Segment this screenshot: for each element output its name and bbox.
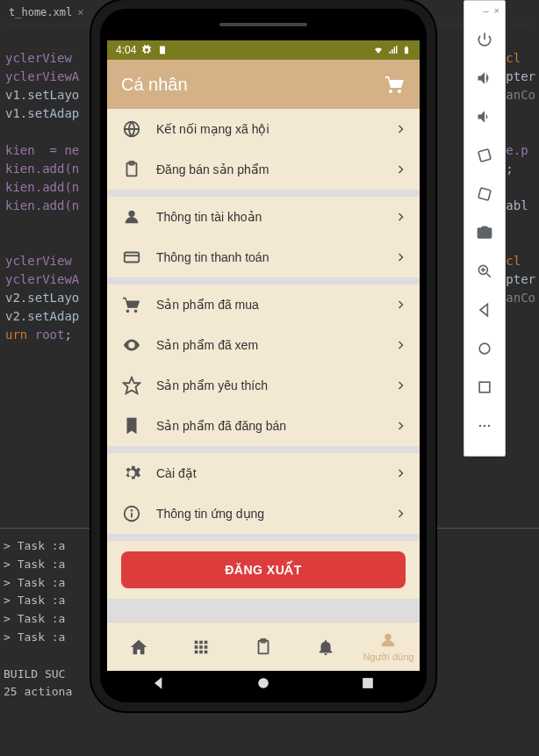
svg-rect-12	[160, 47, 165, 54]
chevron-right-icon	[395, 421, 406, 431]
svg-rect-29	[199, 645, 203, 649]
close-button[interactable]: ×	[494, 5, 499, 16]
menu-label: Thông tin tài khoản	[156, 210, 395, 224]
zoom-in-icon[interactable]	[464, 252, 506, 291]
status-time: 4:04	[116, 44, 136, 56]
svg-marker-21	[124, 378, 140, 393]
camera-icon[interactable]	[464, 213, 506, 252]
svg-rect-14	[406, 46, 407, 47]
chevron-right-icon	[395, 212, 406, 222]
android-overview-icon[interactable]	[359, 674, 377, 692]
emu-overview-icon[interactable]	[464, 368, 506, 407]
nav-home[interactable]: Trang chủ	[107, 637, 169, 657]
menu-item-settings[interactable]: Cài đặt	[107, 453, 420, 493]
menu-label: Sản phẩm đã đăng bán	[156, 419, 395, 433]
nav-profile[interactable]: Người dùng	[357, 630, 420, 663]
bookmark-icon	[121, 415, 142, 436]
chevron-right-icon	[395, 508, 406, 519]
more-icon[interactable]	[464, 407, 506, 445]
close-icon[interactable]: ×	[77, 4, 83, 20]
emu-home-icon[interactable]	[464, 329, 506, 368]
clipboard-icon	[121, 159, 142, 180]
svg-rect-8	[479, 382, 490, 392]
globe-icon	[121, 119, 142, 140]
svg-rect-28	[194, 645, 198, 649]
power-icon[interactable]	[464, 20, 506, 59]
home-icon	[129, 637, 148, 657]
chevron-right-icon	[395, 340, 406, 350]
svg-point-11	[488, 425, 491, 428]
nav-notifications[interactable]: Thông báo	[295, 637, 357, 657]
svg-rect-0	[478, 149, 491, 162]
chevron-right-icon	[395, 164, 406, 175]
cart-icon[interactable]	[384, 74, 406, 95]
android-nav-bar	[107, 667, 420, 699]
phone-frame: 4:04 Cá nhân	[91, 0, 435, 711]
chevron-right-icon	[395, 380, 406, 391]
menu-item-viewed[interactable]: Sản phẩm đã xem	[107, 325, 420, 365]
menu-item-social[interactable]: Kết nối mạng xã hội	[107, 109, 420, 149]
menu-label: Kết nối mạng xã hội	[156, 122, 395, 136]
svg-point-9	[479, 425, 482, 428]
person-icon	[378, 630, 398, 650]
person-icon	[121, 206, 142, 227]
nav-grid[interactable]: Danh mục	[169, 637, 232, 657]
svg-line-3	[487, 274, 491, 277]
page-title: Cá nhân	[121, 75, 188, 95]
bell-icon	[316, 637, 335, 657]
rotate-right-icon[interactable]	[464, 175, 506, 213]
android-back-icon[interactable]	[150, 674, 168, 692]
menu-item-sell[interactable]: Đăng bán sản phẩm	[107, 149, 420, 190]
tab-filename: t_home.xml	[9, 4, 72, 20]
volume-down-icon[interactable]	[464, 97, 506, 136]
svg-point-10	[484, 425, 486, 428]
android-home-icon[interactable]	[255, 674, 272, 692]
svg-rect-13	[405, 47, 408, 54]
svg-point-7	[479, 343, 490, 354]
signal-icon	[388, 45, 399, 55]
svg-marker-6	[480, 304, 487, 315]
clipboard-icon	[254, 637, 273, 657]
menu-label: Cài đặt	[156, 466, 395, 480]
menu-container[interactable]: Kết nối mạng xã hội Đăng bán sản phẩm Th…	[107, 109, 420, 622]
card-icon	[121, 247, 142, 268]
phone-speaker	[219, 23, 307, 26]
svg-rect-19	[125, 253, 140, 263]
logout-button[interactable]: ĐĂNG XUẤT	[121, 551, 406, 588]
bottom-nav: Trang chủ Danh mục Đơn hàng Thông báo Ng…	[107, 622, 420, 671]
chevron-right-icon	[395, 124, 406, 134]
app-bar: Cá nhân	[107, 60, 420, 109]
menu-label: Sản phẩm yêu thích	[156, 378, 395, 392]
minimize-button[interactable]: –	[483, 5, 488, 16]
nav-orders[interactable]: Đơn hàng	[232, 637, 294, 657]
star-icon	[121, 375, 142, 396]
rotate-left-icon[interactable]	[464, 136, 506, 175]
svg-point-36	[385, 634, 392, 640]
svg-rect-26	[199, 640, 203, 644]
menu-item-purchased[interactable]: Sản phẩm đã mua	[107, 284, 420, 325]
svg-rect-33	[204, 650, 207, 653]
menu-item-favorite[interactable]: Sản phẩm yêu thích	[107, 365, 420, 406]
gear-icon	[141, 45, 152, 55]
svg-rect-30	[204, 645, 207, 649]
info-icon	[121, 503, 142, 524]
volume-up-icon[interactable]	[464, 59, 506, 97]
emu-back-icon[interactable]	[464, 291, 506, 329]
menu-item-account[interactable]: Thông tin tài khoản	[107, 197, 420, 237]
menu-item-payment[interactable]: Thông tin thanh toán	[107, 237, 420, 277]
menu-item-posted[interactable]: Sản phẩm đã đăng bán	[107, 406, 420, 446]
menu-label: Sản phẩm đã xem	[156, 338, 395, 352]
menu-label: Thông tin ứng dụng	[156, 507, 395, 521]
svg-rect-32	[199, 650, 203, 653]
menu-item-appinfo[interactable]: Thông tin ứng dụng	[107, 493, 420, 534]
svg-marker-37	[155, 677, 162, 688]
app-screen: 4:04 Cá nhân	[107, 40, 420, 671]
svg-rect-1	[478, 188, 491, 200]
eye-icon	[121, 335, 142, 356]
battery-icon	[402, 44, 411, 56]
chevron-right-icon	[395, 252, 406, 263]
svg-point-24	[132, 510, 133, 511]
menu-label: Đăng bán sản phẩm	[156, 162, 395, 176]
menu-label: Sản phẩm đã mua	[156, 298, 395, 312]
svg-rect-39	[363, 678, 373, 688]
